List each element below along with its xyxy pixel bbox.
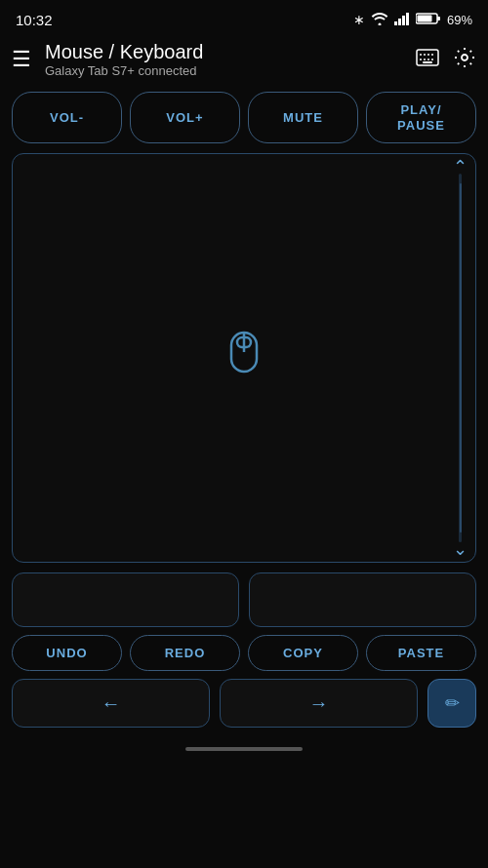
scroll-line [460, 183, 462, 533]
top-bar-right [416, 46, 476, 74]
big-btn-row [12, 572, 476, 627]
right-click-button[interactable] [249, 572, 476, 627]
pencil-icon: ✏ [445, 692, 460, 714]
svg-rect-1 [394, 21, 397, 25]
signal-icon [394, 12, 410, 28]
arrow-btn-row: ← → ✏ [12, 679, 476, 728]
play-pause-button[interactable]: PLAY/ PAUSE [366, 92, 476, 143]
status-bar: 10:32 ∗ [0, 0, 488, 35]
status-icons: ∗ 69% [353, 12, 472, 28]
vol-minus-button[interactable]: VOL- [12, 92, 122, 143]
svg-point-18 [462, 55, 468, 60]
scroll-down-arrow[interactable]: ⌄ [453, 538, 468, 560]
scrollbar-track: ⌃ ⌄ [459, 174, 462, 542]
svg-rect-6 [437, 17, 440, 20]
page-title: Mouse / Keyboard [45, 41, 203, 63]
status-time: 10:32 [16, 12, 53, 28]
mouse-cursor-icon [220, 329, 268, 387]
edit-button[interactable]: ✏ [427, 679, 476, 728]
svg-rect-3 [402, 16, 405, 25]
left-arrow-button[interactable]: ← [12, 679, 210, 728]
redo-button[interactable]: REDO [130, 635, 240, 671]
right-arrow-button[interactable]: → [220, 679, 418, 728]
title-group: Mouse / Keyboard Galaxy Tab S7+ connecte… [45, 41, 203, 78]
svg-rect-4 [406, 13, 409, 25]
svg-rect-2 [398, 19, 401, 25]
bottom-controls: UNDO REDO COPY PASTE ← → ✏ [0, 563, 488, 739]
copy-button[interactable]: COPY [248, 635, 358, 671]
paste-button[interactable]: PASTE [366, 635, 476, 671]
keyboard-icon[interactable] [416, 49, 439, 71]
action-btn-row: UNDO REDO COPY PASTE [12, 635, 476, 671]
mute-button[interactable]: MUTE [248, 92, 358, 143]
settings-icon[interactable] [453, 46, 476, 74]
svg-point-0 [378, 22, 381, 25]
mousepad-area[interactable] [13, 154, 475, 562]
battery-percent: 69% [447, 13, 472, 27]
vol-plus-button[interactable]: VOL+ [130, 92, 240, 143]
wifi-icon [371, 12, 388, 28]
left-click-button[interactable] [12, 572, 239, 627]
home-bar-line [185, 747, 303, 751]
home-bar [0, 739, 488, 755]
undo-button[interactable]: UNDO [12, 635, 122, 671]
mousepad-container: ⌃ ⌄ [12, 153, 476, 563]
device-subtitle: Galaxy Tab S7+ connected [45, 63, 203, 78]
media-controls: VOL- VOL+ MUTE PLAY/ PAUSE [0, 86, 488, 153]
bluetooth-icon: ∗ [353, 12, 365, 27]
top-bar-left: ☰ Mouse / Keyboard Galaxy Tab S7+ connec… [12, 41, 203, 78]
scroll-up-arrow[interactable]: ⌃ [453, 156, 468, 178]
svg-rect-7 [417, 15, 431, 21]
hamburger-menu-icon[interactable]: ☰ [12, 47, 31, 72]
battery-icon [416, 12, 441, 28]
top-bar: ☰ Mouse / Keyboard Galaxy Tab S7+ connec… [0, 35, 488, 86]
